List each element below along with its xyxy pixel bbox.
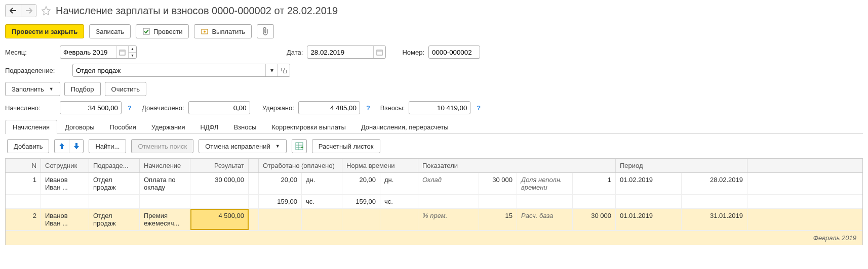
open-icon[interactable] [278,64,290,76]
tab-corrections[interactable]: Корректировки выплаты [264,120,353,134]
dropdown-icon[interactable]: ▾ [265,64,278,76]
withheld-label: Удержано: [262,104,294,112]
col-indicators[interactable]: Показатели [418,159,616,172]
pay-button[interactable]: Выплатить [194,24,252,38]
back-button[interactable] [6,5,21,17]
fill-button[interactable]: Заполнить▼ [5,82,60,96]
date-input[interactable] [307,46,373,58]
col-period[interactable]: Период [616,159,747,172]
tab-benefits[interactable]: Пособия [102,120,144,134]
col-department[interactable]: Подразде... [89,159,140,172]
svg-rect-9 [296,143,303,150]
cancel-find-button: Отменить поиск [131,139,193,153]
favorite-icon[interactable] [41,5,52,16]
tab-ndfl[interactable]: НДФЛ [193,120,226,134]
move-up-button[interactable] [55,140,69,153]
extra-accrued-input[interactable] [189,102,250,114]
svg-rect-8 [284,70,287,73]
tab-contracts[interactable]: Договоры [57,120,102,134]
post-and-close-button[interactable]: Провести и закрыть [5,24,84,38]
selected-cell[interactable]: 4 500,00 [190,209,249,230]
withheld-input[interactable] [299,102,360,114]
help-icon[interactable]: ? [366,104,370,112]
month-spinner: ▲ ▼ [128,46,136,58]
contributions-input[interactable] [409,102,470,114]
svg-point-2 [204,31,206,33]
col-gap [249,159,259,172]
spinner-down[interactable]: ▼ [129,52,136,59]
month-input[interactable] [60,46,116,58]
add-button[interactable]: Добавить [7,139,49,153]
paperclip-icon [261,27,269,35]
spinner-up[interactable]: ▲ [129,46,136,52]
page-title: Начисление зарплаты и взносов 0000-00000… [56,5,338,17]
accruals-grid: N Сотрудник Подразде... Начисление Резул… [5,158,863,245]
move-arrows [54,139,84,153]
department-input[interactable] [73,64,265,76]
date-input-group [307,46,386,59]
month-label: Месяц: [5,49,56,56]
post-button[interactable]: Провести [136,24,189,38]
month-input-group: ▲ ▼ [60,46,137,59]
table-row[interactable]: 1 Иванов Иван ... Отдел продаж Оплата по… [6,173,862,209]
number-input-group [428,46,480,59]
move-down-button[interactable] [69,140,83,153]
svg-rect-4 [120,50,125,52]
pay-icon [201,27,209,35]
tab-accruals[interactable]: Начисления [5,120,57,134]
contributions-label: Взносы: [380,104,405,112]
chevron-down-icon: ▼ [275,144,280,149]
number-label: Номер: [402,49,424,56]
chevron-down-icon: ▼ [49,86,54,92]
department-label: Подразделение: [5,67,68,74]
attach-button[interactable] [257,24,274,38]
col-employee[interactable]: Сотрудник [41,159,89,172]
pick-button[interactable]: Подбор [64,82,101,96]
clear-button[interactable]: Очистить [105,82,147,96]
accrued-input[interactable] [60,102,121,114]
nav-buttons [5,4,36,17]
accrued-label: Начислено: [5,104,56,112]
col-accrual[interactable]: Начисление [140,159,190,172]
tab-extra-accruals[interactable]: Доначисления, перерасчеты [353,120,456,134]
forward-button[interactable] [21,5,36,17]
department-input-group: ▾ [72,64,290,77]
svg-rect-6 [377,50,382,52]
post-icon [142,27,150,35]
find-button[interactable]: Найти... [89,139,126,153]
col-norm[interactable]: Норма времени [342,159,418,172]
payslip-button[interactable]: Расчетный листок [312,139,380,153]
number-input[interactable] [429,46,480,58]
extra-accrued-label: Доначислено: [142,104,184,112]
help-icon[interactable]: ? [128,104,132,112]
cancel-fixes-button[interactable]: Отмена исправлений▼ [199,139,287,153]
footer-period: Февраль 2019 [6,231,862,245]
calendar-icon[interactable] [373,46,385,58]
help-icon[interactable]: ? [477,104,481,112]
svg-rect-0 [143,28,149,34]
save-button[interactable]: Записать [89,24,131,38]
tabs: Начисления Договоры Пособия Удержания НД… [5,119,863,134]
tab-withholdings[interactable]: Удержания [144,120,193,134]
table-row[interactable]: 2 Иванов Иван ... Отдел продаж Премия еж… [6,209,862,231]
col-result[interactable]: Результат [190,159,249,172]
date-label: Дата: [287,49,303,56]
calendar-icon[interactable] [116,46,128,58]
col-worked[interactable]: Отработано (оплачено) [259,159,342,172]
table-settings-button[interactable] [292,139,307,153]
tab-contributions[interactable]: Взносы [226,120,264,134]
col-n[interactable]: N [6,159,41,172]
